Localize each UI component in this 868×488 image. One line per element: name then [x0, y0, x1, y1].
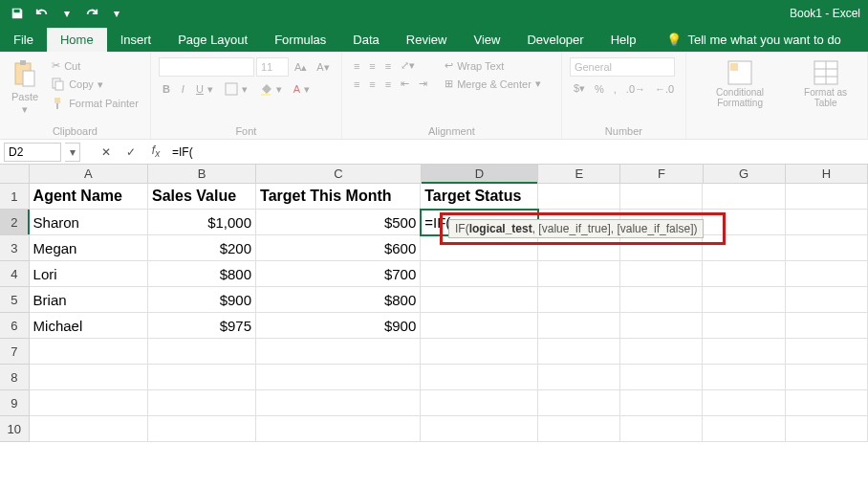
cell-H9[interactable]	[786, 390, 868, 416]
merge-center-button[interactable]: ⊞Merge & Center ▾	[441, 76, 545, 92]
align-bottom-button[interactable]: ≡	[381, 57, 395, 74]
increase-decimal-button[interactable]: .0→	[622, 80, 649, 97]
cell-C5[interactable]: $800	[256, 287, 421, 313]
cell-B8[interactable]	[148, 365, 256, 390]
undo-button[interactable]	[31, 2, 54, 25]
cell-D10[interactable]	[421, 416, 538, 442]
cancel-button[interactable]: ✕	[94, 142, 119, 163]
cell-F10[interactable]	[620, 416, 703, 442]
qat-customize[interactable]: ▾	[105, 2, 128, 25]
cell-G10[interactable]	[703, 416, 785, 442]
cell-C10[interactable]	[256, 416, 421, 442]
cell-D6[interactable]	[421, 313, 538, 339]
row-header-9[interactable]: 9	[0, 390, 30, 416]
tell-me[interactable]: 💡 Tell me what you want to do	[657, 28, 850, 52]
font-family-select[interactable]	[159, 57, 254, 77]
cell-G9[interactable]	[703, 390, 785, 416]
cell-F8[interactable]	[620, 365, 703, 390]
currency-button[interactable]: $▾	[570, 80, 589, 97]
cell-E10[interactable]	[538, 416, 620, 442]
col-header-D[interactable]: D	[422, 165, 539, 183]
tab-help[interactable]: Help	[597, 28, 650, 52]
name-box-dropdown[interactable]: ▾	[65, 143, 80, 162]
tab-file[interactable]: File	[0, 28, 47, 52]
cell-E5[interactable]	[538, 287, 620, 313]
cell-E1[interactable]	[538, 184, 620, 210]
cell-D8[interactable]	[421, 365, 538, 390]
row-header-6[interactable]: 6	[0, 313, 30, 339]
cell-A8[interactable]	[30, 365, 148, 390]
cell-A5[interactable]: Brian	[30, 287, 148, 313]
cell-D1[interactable]: Target Status	[421, 184, 538, 210]
cell-C1[interactable]: Target This Month	[256, 184, 421, 210]
row-header-7[interactable]: 7	[0, 339, 30, 365]
col-header-H[interactable]: H	[786, 165, 868, 183]
cell-G8[interactable]	[703, 365, 785, 390]
font-size-select[interactable]: 11	[256, 57, 289, 77]
cell-H1[interactable]	[786, 184, 868, 210]
cell-F5[interactable]	[620, 287, 703, 313]
cell-B10[interactable]	[148, 416, 256, 442]
cell-C8[interactable]	[256, 365, 421, 390]
select-all-button[interactable]	[0, 165, 30, 183]
function-hint-tooltip[interactable]: IF(logical_test, [value_if_true], [value…	[448, 219, 704, 238]
tab-home[interactable]: Home	[47, 28, 107, 52]
tab-insert[interactable]: Insert	[107, 28, 165, 52]
paste-button[interactable]: Paste ▾	[8, 57, 42, 118]
row-header-3[interactable]: 3	[0, 235, 30, 261]
format-painter-button[interactable]: Format Painter	[48, 95, 142, 112]
row-header-4[interactable]: 4	[0, 261, 30, 287]
row-header-2[interactable]: 2	[0, 210, 30, 235]
col-header-G[interactable]: G	[704, 165, 786, 183]
conditional-formatting-button[interactable]: Conditional Formatting	[694, 57, 786, 110]
wrap-text-button[interactable]: ↩Wrap Text	[441, 57, 545, 74]
tab-data[interactable]: Data	[339, 28, 392, 52]
cell-A7[interactable]	[30, 339, 148, 365]
tab-review[interactable]: Review	[393, 28, 461, 52]
align-right-button[interactable]: ≡	[381, 76, 395, 92]
cell-G1[interactable]	[703, 184, 785, 210]
decrease-font-button[interactable]: A▾	[313, 57, 333, 77]
cell-G6[interactable]	[703, 313, 785, 339]
cell-D4[interactable]	[421, 261, 538, 287]
cell-E8[interactable]	[538, 365, 620, 390]
cell-C9[interactable]	[256, 390, 421, 416]
cell-E4[interactable]	[538, 261, 620, 287]
decrease-decimal-button[interactable]: ←.0	[651, 80, 678, 97]
cell-H3[interactable]	[786, 235, 868, 261]
fill-color-button[interactable]: ▾	[255, 80, 286, 98]
cell-A3[interactable]: Megan	[30, 235, 148, 261]
font-color-button[interactable]: A▾	[290, 80, 314, 98]
save-button[interactable]	[6, 2, 29, 25]
cell-A6[interactable]: Michael	[30, 313, 148, 339]
underline-button[interactable]: U ▾	[192, 80, 217, 98]
name-box[interactable]: D2	[4, 143, 61, 162]
cell-E6[interactable]	[538, 313, 620, 339]
tab-formulas[interactable]: Formulas	[261, 28, 339, 52]
col-header-C[interactable]: C	[256, 165, 421, 183]
cell-A9[interactable]	[30, 390, 148, 416]
cell-F6[interactable]	[620, 313, 703, 339]
cell-B3[interactable]: $200	[148, 235, 256, 261]
cell-E7[interactable]	[538, 339, 620, 365]
copy-button[interactable]: Copy ▾	[48, 76, 142, 93]
cell-F4[interactable]	[620, 261, 703, 287]
cell-H6[interactable]	[786, 313, 868, 339]
align-center-button[interactable]: ≡	[365, 76, 379, 92]
row-header-10[interactable]: 10	[0, 416, 30, 442]
col-header-E[interactable]: E	[538, 165, 620, 183]
cell-B4[interactable]: $800	[148, 261, 256, 287]
cell-B1[interactable]: Sales Value	[148, 184, 256, 210]
cell-D9[interactable]	[421, 390, 538, 416]
align-top-button[interactable]: ≡	[350, 57, 363, 74]
formula-bar-input[interactable]: =IF(	[168, 143, 868, 162]
cell-E9[interactable]	[538, 390, 620, 416]
cell-A2[interactable]: Sharon	[30, 210, 148, 235]
cell-G7[interactable]	[703, 339, 785, 365]
cell-C3[interactable]: $600	[256, 235, 421, 261]
tab-view[interactable]: View	[460, 28, 513, 52]
cell-F9[interactable]	[620, 390, 703, 416]
increase-indent-button[interactable]: ⇥	[415, 76, 431, 92]
cell-B6[interactable]: $975	[148, 313, 256, 339]
cell-H4[interactable]	[786, 261, 868, 287]
